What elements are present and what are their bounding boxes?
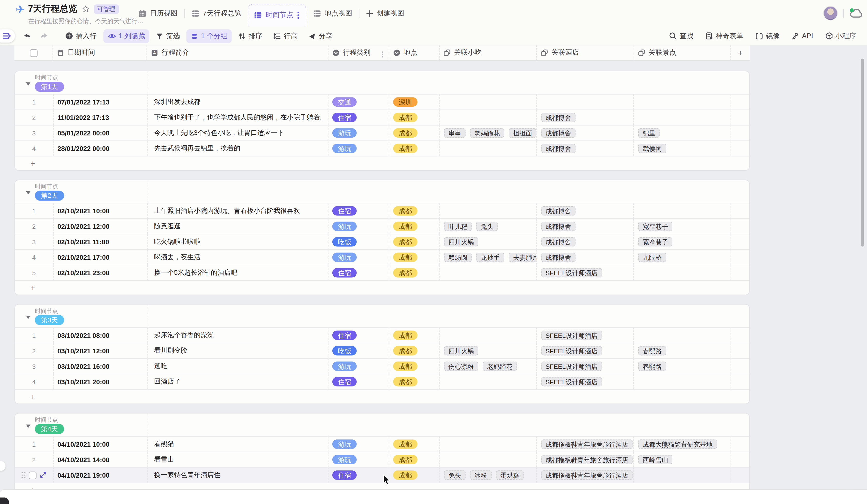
- relation-tag[interactable]: 宽窄巷子: [638, 222, 673, 231]
- relation-tag[interactable]: 成都博舍: [541, 144, 576, 153]
- row-number-cell[interactable]: 5: [15, 265, 54, 280]
- category-pill[interactable]: 住宿: [332, 470, 357, 480]
- datetime-cell[interactable]: 04/10/2021 10:00: [53, 437, 147, 452]
- description-cell[interactable]: 今天晚上先吃3个特色小吃，让胃口适应一下: [147, 126, 329, 140]
- category-cell[interactable]: 住宿: [329, 328, 389, 343]
- description-cell[interactable]: 逛吃: [147, 359, 329, 374]
- linked-snacks-cell[interactable]: [440, 95, 537, 109]
- location-pill[interactable]: 成都: [393, 470, 418, 480]
- column-header-linked-sights[interactable]: 关联景点: [634, 45, 731, 60]
- relation-tag[interactable]: 四川火锅: [444, 346, 478, 355]
- category-pill[interactable]: 住宿: [332, 331, 357, 340]
- datetime-cell[interactable]: 02/10/2021 17:00: [53, 250, 147, 265]
- relation-tag[interactable]: 担担面: [509, 128, 537, 138]
- relation-tag[interactable]: 兔头: [444, 470, 465, 480]
- linked-sights-cell[interactable]: 锦里: [634, 126, 730, 140]
- group-day-badge[interactable]: 第2天: [35, 191, 64, 201]
- linked-snacks-cell[interactable]: 串串老妈蹄花担担面: [440, 126, 537, 140]
- table-row[interactable]: 107/01/2022 17:13深圳出发去成都交通深圳: [15, 94, 749, 109]
- mirror-button[interactable]: 镜像: [751, 29, 784, 43]
- location-cell[interactable]: 成都: [389, 359, 440, 374]
- linked-hotels-cell[interactable]: SFEEL设计师酒店: [537, 359, 634, 374]
- group-day-badge[interactable]: 第4天: [35, 424, 64, 434]
- datetime-cell[interactable]: 03/10/2021 08:00: [53, 328, 147, 343]
- linked-snacks-cell[interactable]: 四川火锅: [440, 234, 537, 249]
- row-number-cell[interactable]: 1: [15, 95, 54, 109]
- row-number-cell[interactable]: 3: [15, 126, 54, 140]
- row-number-cell[interactable]: 2: [15, 219, 54, 234]
- table-row[interactable]: 402/10/2021 17:00喝酒去，夜生活游玩成都赖汤圆龙抄手夫妻肺片成都…: [15, 249, 749, 265]
- linked-sights-cell[interactable]: 武侯祠: [634, 141, 730, 156]
- linked-hotels-cell[interactable]: SFEEL设计师酒店: [537, 265, 634, 280]
- category-pill[interactable]: 游玩: [332, 362, 357, 371]
- linked-sights-cell[interactable]: [634, 265, 730, 280]
- description-cell[interactable]: 随意逛逛: [147, 219, 329, 234]
- column-header-linked-hotels[interactable]: 关联酒店: [537, 45, 634, 60]
- category-pill[interactable]: 游玩: [332, 222, 357, 231]
- sync-cloud-icon[interactable]: [849, 7, 863, 19]
- table-row[interactable]: 203/10/2021 12:00看川剧变脸吃饭成都四川火锅SFEEL设计师酒店…: [15, 343, 749, 358]
- linked-snacks-cell[interactable]: [440, 437, 537, 452]
- linked-hotels-cell[interactable]: 成都博舍: [537, 141, 634, 156]
- relation-tag[interactable]: 老妈蹄花: [470, 128, 504, 138]
- relation-tag[interactable]: 串串: [444, 128, 465, 138]
- drag-handle-icon[interactable]: [21, 472, 25, 478]
- location-pill[interactable]: 成都: [393, 439, 418, 449]
- column-header-description[interactable]: A 行程简介: [147, 45, 329, 60]
- tab-grid-view-overview[interactable]: 7天行程总览: [184, 0, 248, 26]
- user-avatar[interactable]: [823, 6, 837, 20]
- category-cell[interactable]: 游玩: [329, 359, 389, 374]
- linked-sights-cell[interactable]: 春熙路: [634, 343, 730, 358]
- linked-sights-cell[interactable]: 九眼桥: [634, 250, 730, 265]
- row-number-cell[interactable]: 1: [15, 203, 54, 218]
- relation-tag[interactable]: SFEEL设计师酒店: [541, 377, 602, 386]
- column-header-linked-snacks[interactable]: 关联小吃: [440, 45, 537, 60]
- linked-snacks-cell[interactable]: [440, 203, 537, 218]
- table-row[interactable]: 204/10/2021 14:00看雪山游玩成都成都拖板鞋青年旅舍旅行酒店西岭雪…: [15, 451, 749, 467]
- relation-tag[interactable]: 蛋烘糕: [496, 470, 524, 480]
- linked-hotels-cell[interactable]: [537, 95, 634, 109]
- location-cell[interactable]: 成都: [389, 468, 440, 483]
- description-cell[interactable]: 看川剧变脸: [147, 343, 329, 358]
- datetime-cell[interactable]: 28/01/2022 00:00: [53, 141, 147, 156]
- location-pill[interactable]: 成都: [393, 128, 418, 138]
- linked-snacks-cell[interactable]: 叶儿粑兔头: [440, 219, 537, 234]
- relation-tag[interactable]: 锦里: [638, 128, 660, 138]
- relation-tag[interactable]: SFEEL设计师酒店: [541, 346, 602, 355]
- relation-tag[interactable]: 冰粉: [470, 470, 492, 480]
- row-number-cell[interactable]: 1: [15, 328, 54, 343]
- linked-hotels-cell[interactable]: 成都博舍: [537, 219, 634, 234]
- linked-sights-cell[interactable]: [634, 95, 730, 109]
- category-pill[interactable]: 游玩: [332, 144, 357, 153]
- description-cell[interactable]: 先去武侯祠再去锦里，挨着的: [147, 141, 329, 156]
- relation-tag[interactable]: 成都拖板鞋青年旅舍旅行酒店: [541, 455, 633, 464]
- field-more-icon[interactable]: [382, 54, 383, 55]
- category-pill[interactable]: 吃饭: [332, 346, 357, 355]
- description-cell[interactable]: 换一家特色青年酒店住: [147, 468, 329, 483]
- category-cell[interactable]: 游玩: [329, 126, 389, 140]
- share-button[interactable]: 分享: [304, 29, 337, 43]
- linked-sights-cell[interactable]: [634, 110, 730, 125]
- relation-tag[interactable]: 兔头: [476, 222, 498, 231]
- description-cell[interactable]: 上午照旧酒店小院内游玩。青石板小台阶我很喜欢: [147, 203, 329, 218]
- row-controls-cell[interactable]: [15, 468, 54, 483]
- linked-snacks-cell[interactable]: [440, 110, 537, 125]
- group-day-badge[interactable]: 第1天: [35, 82, 64, 92]
- relation-tag[interactable]: 成都博舍: [541, 237, 576, 247]
- description-cell[interactable]: 换一个5米超长浴缸的酒店吧: [147, 265, 329, 280]
- relation-tag[interactable]: 春熙路: [638, 346, 666, 355]
- select-all-checkbox[interactable]: [30, 49, 37, 56]
- linked-snacks-cell[interactable]: [440, 452, 537, 467]
- category-pill[interactable]: 游玩: [332, 128, 357, 138]
- row-number-cell[interactable]: 3: [15, 234, 54, 249]
- relation-tag[interactable]: 成都博舍: [541, 206, 576, 216]
- table-row[interactable]: 102/10/2021 10:00上午照旧酒店小院内游玩。青石板小台阶我很喜欢住…: [15, 203, 749, 218]
- api-button[interactable]: API: [788, 30, 818, 42]
- linked-hotels-cell[interactable]: 成都拖板鞋青年旅舍旅行酒店: [537, 452, 634, 467]
- linked-snacks-cell[interactable]: [440, 141, 537, 156]
- select-all-checkbox-cell[interactable]: [14, 45, 53, 60]
- table-row[interactable]: 403/10/2021 20:00回酒店了住宿成都SFEEL设计师酒店: [15, 374, 749, 389]
- relation-tag[interactable]: 成都大熊猫繁育研究基地: [638, 439, 717, 449]
- category-cell[interactable]: 游玩: [329, 141, 389, 156]
- linked-hotels-cell[interactable]: 成都拖板鞋青年旅舍旅行酒店: [537, 468, 634, 483]
